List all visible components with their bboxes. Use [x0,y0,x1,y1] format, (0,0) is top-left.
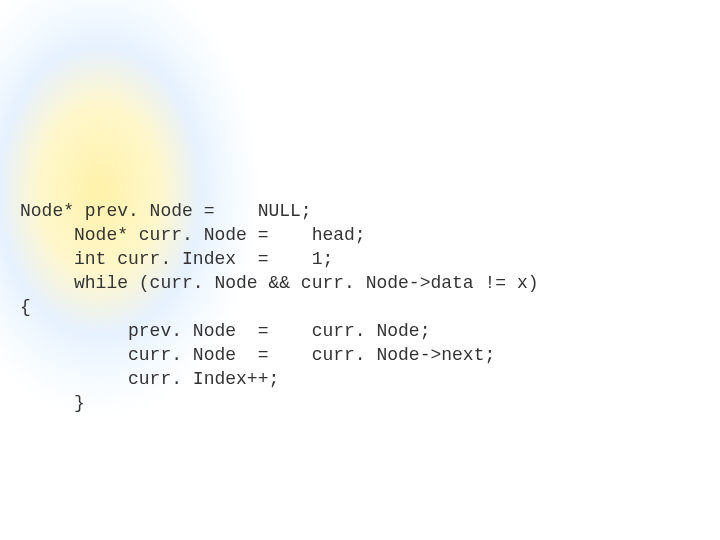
code-line: prev. Node = curr. Node; [20,321,430,341]
code-line: while (curr. Node && curr. Node->data !=… [20,273,538,293]
code-line: Node* prev. Node = NULL; [20,201,312,221]
code-block: Node* prev. Node = NULL; Node* curr. Nod… [20,175,538,415]
code-line: Node* curr. Node = head; [20,225,366,245]
code-line: curr. Index++; [20,369,279,389]
code-line: { [20,297,31,317]
code-line: int curr. Index = 1; [20,249,333,269]
code-line: curr. Node = curr. Node->next; [20,345,495,365]
code-line: } [20,393,85,413]
